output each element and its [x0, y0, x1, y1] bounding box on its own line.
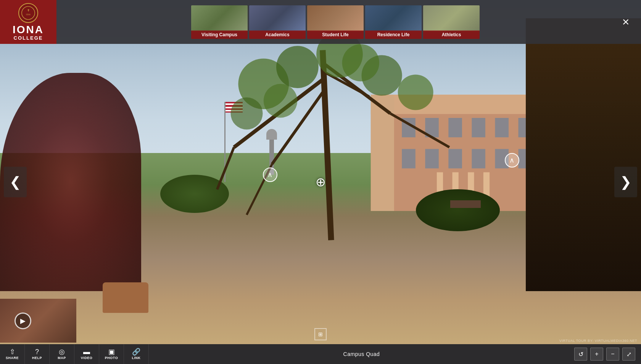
video-play-button[interactable]: ▶ [14, 312, 31, 329]
school-name-iona: IONA [13, 24, 44, 35]
help-icon: ? [35, 348, 39, 355]
nav-thumb-visiting-campus[interactable]: Visiting Campus [191, 5, 248, 39]
share-button[interactable]: ⇧ SHARE [0, 344, 25, 364]
zoom-in-icon: + [595, 351, 598, 358]
link-icon: 🔗 [132, 348, 140, 355]
zoom-out-button[interactable]: − [606, 348, 619, 361]
flag-pole [224, 102, 225, 182]
hotspot-up-icon: ∧ [267, 171, 272, 179]
svg-point-36 [22, 6, 35, 19]
nav-thumb-academics[interactable]: Academics [249, 5, 306, 39]
expand-icon[interactable]: ⊞ [314, 328, 327, 340]
video-thumb-bg [0, 299, 76, 343]
nav-thumb-student-life[interactable]: Student Life [307, 5, 364, 39]
nav-thumb-img-residence [365, 5, 422, 31]
toolbar-left-controls: ⇧ SHARE ? HELP ◎ MAP ▬ VIDEO ▣ PHOTO 🔗 L… [0, 344, 149, 364]
help-button[interactable]: ? HELP [25, 344, 50, 364]
map-label: MAP [58, 356, 66, 360]
bush-right [416, 189, 500, 231]
photo-label: PHOTO [105, 356, 118, 360]
hotspot-up-right-icon: ∧ [509, 156, 514, 164]
fullscreen-button[interactable]: ⤢ [622, 348, 635, 361]
video-icon: ▬ [83, 348, 90, 355]
video-button[interactable]: ▬ VIDEO [74, 344, 99, 364]
bottom-toolbar: ⇧ SHARE ? HELP ◎ MAP ▬ VIDEO ▣ PHOTO 🔗 L… [0, 344, 641, 364]
nav-thumb-img-athletics [423, 5, 480, 31]
nav-thumb-label-residence: Residence Life [365, 31, 422, 39]
school-name-college: COLLEGE [14, 35, 43, 41]
close-button[interactable]: × [614, 11, 637, 34]
nav-thumb-label-academics: Academics [249, 31, 306, 39]
attribution-text: VIRTUAL TOUR BY: VIRTUALMEDIA360.NET [559, 339, 637, 343]
video-thumbnail[interactable]: ▶ [0, 299, 76, 343]
us-flag [225, 102, 243, 113]
refresh-button[interactable]: ↺ [574, 348, 587, 361]
fullscreen-icon: ⤢ [627, 351, 631, 358]
zoom-out-icon: − [611, 351, 614, 358]
nav-arrow-right[interactable]: ❯ [614, 167, 637, 197]
help-label: HELP [32, 356, 42, 360]
planter [103, 282, 148, 313]
hotspot-up-center[interactable]: ∧ [263, 168, 277, 182]
photo-button[interactable]: ▣ PHOTO [99, 344, 124, 364]
nav-thumb-athletics[interactable]: Athletics [423, 5, 480, 39]
svg-text:IONA: IONA [26, 14, 31, 16]
nav-thumb-label-student: Student Life [307, 31, 364, 39]
right-tree [526, 18, 641, 292]
bush-left [160, 175, 229, 213]
map-button[interactable]: ◎ MAP [50, 344, 74, 364]
bench [450, 200, 481, 208]
refresh-icon: ↺ [578, 351, 583, 358]
nav-thumb-img-student [307, 5, 364, 31]
expand-symbol: ⊞ [318, 331, 323, 337]
hotspot-up-right[interactable]: ∧ [505, 153, 519, 168]
move-cursor[interactable]: ⊕ [316, 175, 326, 189]
nav-thumb-img-visiting [191, 5, 248, 31]
nav-thumb-img-academics [249, 5, 306, 31]
share-icon: ⇧ [10, 348, 15, 355]
nav-thumbnails: Visiting Campus Academics Student Life R… [56, 0, 614, 44]
share-label: SHARE [6, 356, 19, 360]
nav-arrow-left[interactable]: ❮ [4, 167, 27, 197]
video-label: VIDEO [81, 356, 93, 360]
photo-icon: ▣ [108, 348, 115, 355]
nav-thumb-residence-life[interactable]: Residence Life [365, 5, 422, 39]
svg-text:✝: ✝ [27, 9, 30, 12]
link-label: LINK [132, 356, 141, 360]
map-icon: ◎ [59, 348, 65, 355]
zoom-in-button[interactable]: + [590, 348, 603, 361]
logo-area[interactable]: ✝ IONA IONA COLLEGE [0, 0, 56, 44]
location-name: Campus Quad [149, 351, 574, 357]
logo-seal: ✝ IONA [18, 3, 38, 23]
nav-thumb-label-athletics: Athletics [423, 31, 480, 39]
toolbar-right-controls: ↺ + − ⤢ [574, 348, 641, 361]
link-button[interactable]: 🔗 LINK [124, 344, 149, 364]
nav-thumb-label-visiting: Visiting Campus [191, 31, 248, 39]
header: ✝ IONA IONA COLLEGE Visiting Campus Acad… [0, 0, 641, 44]
